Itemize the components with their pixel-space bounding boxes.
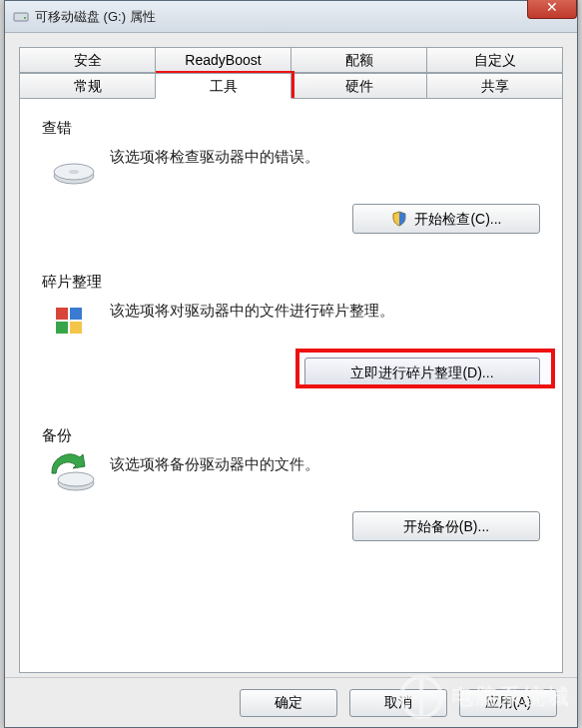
group-title-defrag: 碎片整理 [42, 273, 540, 292]
tab-hardware[interactable]: 硬件 [291, 73, 427, 99]
check-desc: 该选项将检查驱动器中的错误。 [110, 146, 319, 169]
group-title-backup: 备份 [42, 426, 540, 445]
svg-rect-1 [24, 17, 26, 19]
start-check-label: 开始检查(C)... [414, 211, 501, 227]
tab-tools[interactable]: 工具 [155, 73, 291, 99]
divider [38, 246, 544, 247]
svg-point-4 [69, 170, 79, 174]
backup-desc: 该选项将备份驱动器中的文件。 [110, 453, 319, 476]
group-error-checking: 查错 该选项将检查驱动器中的错误。 开始检查(C)... [38, 119, 544, 247]
svg-point-10 [58, 472, 94, 486]
close-button[interactable]: ✕ [527, 0, 577, 19]
tab-security[interactable]: 安全 [19, 47, 156, 73]
dialog-content: 安全 ReadyBoost 配额 自定义 常规 工具 硬件 共享 查错 [19, 47, 563, 673]
tab-panel-tools: 查错 该选项将检查驱动器中的错误。 开始检查(C)... [19, 98, 563, 673]
tab-sharing[interactable]: 共享 [426, 73, 563, 99]
group-defrag: 碎片整理 该选项将对驱动器中的文件进行碎片整理。 立即进行碎片整理(D)... [38, 273, 544, 400]
drive-icon [13, 9, 29, 25]
start-check-button[interactable]: 开始检查(C)... [352, 204, 540, 234]
titlebar[interactable]: 可移动磁盘 (G:) 属性 ✕ [5, 1, 577, 33]
svg-rect-7 [56, 322, 68, 334]
tab-strip: 安全 ReadyBoost 配额 自定义 常规 工具 硬件 共享 [19, 47, 563, 99]
defrag-desc: 该选项将对驱动器中的文件进行碎片整理。 [110, 300, 394, 323]
svg-rect-5 [56, 308, 68, 320]
start-backup-button[interactable]: 开始备份(B)... [352, 511, 540, 541]
svg-rect-8 [70, 322, 82, 334]
ok-button[interactable]: 确定 [240, 689, 337, 717]
dialog-footer: 确定 取消 应用(A) [5, 677, 577, 727]
drive-check-icon [50, 146, 98, 186]
tab-custom[interactable]: 自定义 [426, 47, 563, 73]
svg-rect-6 [70, 308, 82, 320]
backup-icon [50, 453, 98, 493]
group-title-check: 查错 [42, 119, 540, 138]
tab-general[interactable]: 常规 [19, 73, 156, 99]
apply-button[interactable]: 应用(A) [459, 689, 557, 717]
defrag-icon [50, 300, 98, 340]
cancel-button[interactable]: 取消 [349, 689, 447, 717]
defrag-now-button[interactable]: 立即进行碎片整理(D)... [304, 358, 540, 387]
tab-readyboost[interactable]: ReadyBoost [155, 47, 291, 73]
tab-quota[interactable]: 配额 [291, 47, 427, 73]
divider [38, 399, 544, 400]
shield-icon [391, 208, 407, 224]
properties-dialog: 可移动磁盘 (G:) 属性 ✕ 安全 ReadyBoost 配额 自定义 常规 … [4, 0, 578, 728]
group-backup: 备份 该选项将备份驱动器中的文件。 开始备份(B)... [38, 426, 544, 541]
window-title: 可移动磁盘 (G:) 属性 [35, 8, 156, 26]
